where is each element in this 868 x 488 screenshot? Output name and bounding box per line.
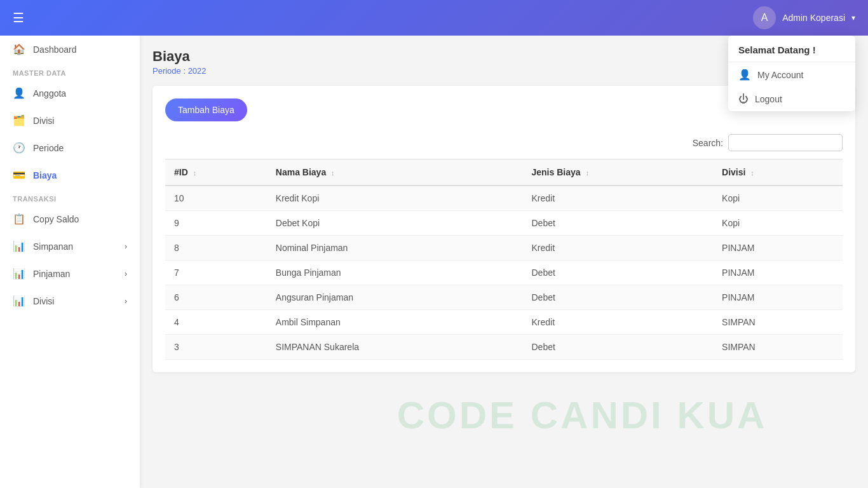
navbar-left: ☰ [13, 10, 24, 25]
cell-nama-biaya: Debet Kopi [267, 211, 523, 236]
chart3-icon: 📊 [13, 295, 25, 307]
sidebar-item-label: Periode [33, 143, 64, 153]
chevron-down-icon: ▾ [851, 13, 855, 22]
card-icon: 💳 [13, 169, 25, 181]
chart-icon: 📊 [13, 240, 25, 252]
search-label: Search: [693, 138, 723, 148]
folder-icon: 🗂️ [13, 114, 25, 126]
sidebar-item-label: Simpanan [33, 241, 73, 252]
sidebar: 🏠 Dashboard MASTER DATA 👤 Anggota 🗂️ Div… [0, 36, 140, 488]
search-input[interactable] [728, 134, 843, 151]
main-card: Tambah Biaya Search: #ID ↕ Nama Biaya ↕ [153, 86, 855, 372]
navbar: ☰ A Admin Koperasi ▾ [0, 0, 868, 36]
sort-icon-nama: ↕ [331, 169, 335, 177]
avatar: A [753, 6, 776, 29]
cell-jenis-biaya: Kredit [522, 310, 713, 335]
table-header: #ID ↕ Nama Biaya ↕ Jenis Biaya ↕ Divisi … [165, 159, 843, 186]
cell-nama-biaya: Kredit Kopi [267, 186, 523, 211]
table-row[interactable]: 3 SIMPANAN Sukarela Debet SIMPAN [165, 335, 843, 360]
sidebar-item-divisi2[interactable]: 📊 Divisi › [0, 287, 140, 315]
cell-id: 4 [165, 310, 267, 335]
sidebar-section-transaksi: TRANSAKSI [0, 189, 140, 205]
logout-label: Logout [755, 94, 782, 104]
page-title: Biaya [153, 48, 207, 65]
tambah-biaya-button[interactable]: Tambah Biaya [165, 98, 247, 121]
cell-nama-biaya: Nominal Pinjaman [267, 236, 523, 261]
chevron-right-icon: › [125, 297, 127, 306]
sidebar-item-copy-saldo[interactable]: 📋 Copy Saldo [0, 205, 140, 233]
table-row[interactable]: 4 Ambil Simpanan Kredit SIMPAN [165, 310, 843, 335]
clock-icon: 🕐 [13, 142, 25, 154]
cell-jenis-biaya: Debet [522, 335, 713, 360]
sort-icon-divisi: ↕ [750, 169, 754, 177]
cell-id: 9 [165, 211, 267, 236]
chart2-icon: 📊 [13, 268, 25, 280]
table-row[interactable]: 8 Nominal Pinjaman Kredit PINJAM [165, 236, 843, 261]
sidebar-item-biaya[interactable]: 💳 Biaya [0, 161, 140, 189]
sort-icon-id: ↕ [193, 169, 197, 177]
sidebar-item-pinjaman[interactable]: 📊 Pinjaman › [0, 260, 140, 287]
cell-id: 8 [165, 236, 267, 261]
sidebar-item-simpanan[interactable]: 📊 Simpanan › [0, 233, 140, 260]
sidebar-item-label: Biaya [33, 170, 57, 180]
cell-divisi: Kopi [713, 211, 843, 236]
sidebar-item-dashboard[interactable]: 🏠 Dashboard [0, 36, 140, 63]
sidebar-item-label: Pinjaman [33, 269, 70, 279]
table-row[interactable]: 9 Debet Kopi Debet Kopi [165, 211, 843, 236]
table-row[interactable]: 10 Kredit Kopi Kredit Kopi [165, 186, 843, 211]
cell-nama-biaya: Bunga Pinjaman [267, 261, 523, 285]
cell-divisi: SIMPAN [713, 335, 843, 360]
col-header-jenis-biaya[interactable]: Jenis Biaya ↕ [522, 159, 713, 186]
biaya-table: #ID ↕ Nama Biaya ↕ Jenis Biaya ↕ Divisi … [165, 159, 843, 360]
cell-id: 6 [165, 285, 267, 310]
cell-jenis-biaya: Kredit [522, 236, 713, 261]
cell-divisi: SIMPAN [713, 310, 843, 335]
cell-id: 7 [165, 261, 267, 285]
sidebar-item-divisi[interactable]: 🗂️ Divisi [0, 107, 140, 134]
home-icon: 🏠 [13, 43, 25, 55]
copy-icon: 📋 [13, 213, 25, 225]
user-dropdown: Selamat Datang ! 👤 My Account ⏻ Logout [728, 36, 855, 111]
account-icon: 👤 [738, 69, 751, 81]
sidebar-item-label: Divisi [33, 296, 54, 306]
page-title-block: Biaya Periode : 2022 [153, 48, 207, 76]
table-toolbar: Search: [165, 134, 843, 151]
table-row[interactable]: 6 Angsuran Pinjaman Debet PINJAM [165, 285, 843, 310]
col-header-id[interactable]: #ID ↕ [165, 159, 267, 186]
cell-divisi: PINJAM [713, 285, 843, 310]
col-header-nama-biaya[interactable]: Nama Biaya ↕ [267, 159, 523, 186]
my-account-item[interactable]: 👤 My Account [728, 62, 855, 87]
user-icon: 👤 [13, 87, 25, 99]
hamburger-icon[interactable]: ☰ [13, 10, 24, 25]
cell-id: 10 [165, 186, 267, 211]
logout-icon: ⏻ [738, 93, 749, 105]
user-menu-trigger[interactable]: A Admin Koperasi ▾ [753, 6, 855, 29]
my-account-label: My Account [757, 70, 803, 80]
cell-id: 3 [165, 335, 267, 360]
sidebar-item-label: Anggota [33, 88, 66, 98]
cell-jenis-biaya: Debet [522, 211, 713, 236]
username-label: Admin Koperasi [782, 13, 845, 23]
cell-nama-biaya: SIMPANAN Sukarela [267, 335, 523, 360]
page-subtitle: Periode : 2022 [153, 66, 207, 76]
cell-divisi: PINJAM [713, 236, 843, 261]
sidebar-item-label: Copy Saldo [33, 214, 79, 224]
cell-nama-biaya: Angsuran Pinjaman [267, 285, 523, 310]
col-header-divisi[interactable]: Divisi ↕ [713, 159, 843, 186]
chevron-right-icon: › [125, 242, 127, 251]
cell-nama-biaya: Ambil Simpanan [267, 310, 523, 335]
dropdown-greeting: Selamat Datang ! [728, 36, 855, 62]
cell-jenis-biaya: Debet [522, 261, 713, 285]
table-body: 10 Kredit Kopi Kredit Kopi 9 Debet Kopi … [165, 186, 843, 360]
sidebar-section-master: MASTER DATA [0, 63, 140, 79]
table-row[interactable]: 7 Bunga Pinjaman Debet PINJAM [165, 261, 843, 285]
chevron-right-icon: › [125, 269, 127, 278]
cell-jenis-biaya: Kredit [522, 186, 713, 211]
sidebar-item-label: Divisi [33, 116, 54, 126]
sidebar-item-periode[interactable]: 🕐 Periode [0, 134, 140, 161]
cell-divisi: Kopi [713, 186, 843, 211]
cell-jenis-biaya: Debet [522, 285, 713, 310]
logout-item[interactable]: ⏻ Logout [728, 87, 855, 111]
sidebar-item-anggota[interactable]: 👤 Anggota [0, 79, 140, 107]
cell-divisi: PINJAM [713, 261, 843, 285]
